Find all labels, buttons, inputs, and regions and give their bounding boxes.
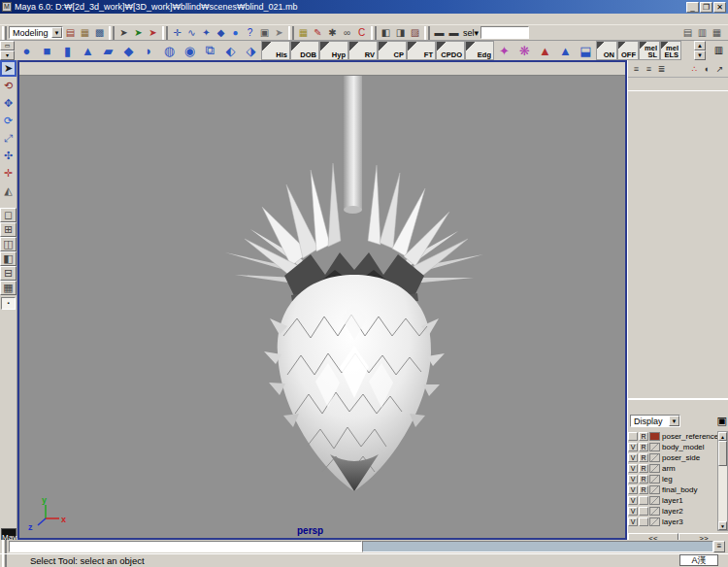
- viewport-canvas[interactable]: y x z persp: [19, 76, 625, 538]
- chain-link-icon[interactable]: ∞: [340, 26, 354, 40]
- poly-cone-icon[interactable]: ▲: [78, 41, 98, 60]
- layer-color-swatch[interactable]: [649, 464, 660, 473]
- smooth-proxy-icon[interactable]: ◍: [159, 41, 180, 60]
- shelf-rv-button[interactable]: RV: [348, 41, 378, 60]
- quick-select-field[interactable]: [480, 26, 529, 39]
- shelf-wire-icon[interactable]: ❋: [514, 41, 535, 60]
- construction-history-icon[interactable]: ▦: [296, 26, 311, 40]
- layout-single-pane-button[interactable]: ◻: [0, 208, 17, 222]
- layer-reference-toggle[interactable]: R: [639, 443, 648, 451]
- layer-name[interactable]: layer2: [662, 507, 683, 516]
- layer2[interactable]: V layer2: [628, 506, 717, 517]
- move-tool[interactable]: ✥: [0, 95, 17, 112]
- layout-multi-pane-button[interactable]: ▦: [0, 281, 17, 295]
- highlight-selection-icon[interactable]: ➤: [272, 26, 286, 40]
- ipr-render-icon[interactable]: ▬: [447, 26, 461, 40]
- poser_reference[interactable]: R poser_reference: [628, 431, 717, 442]
- body_model[interactable]: V R body_model: [628, 442, 717, 452]
- layer-name[interactable]: poser_reference: [662, 432, 718, 441]
- layer-reference-toggle[interactable]: R: [639, 475, 648, 484]
- layer-name[interactable]: body_model: [662, 443, 705, 451]
- shelf-cpdo-button[interactable]: CPDO: [436, 41, 465, 60]
- shelf-off-button[interactable]: OFF: [617, 41, 639, 60]
- command-line-grip[interactable]: [2, 540, 7, 553]
- layer-visibility-toggle[interactable]: V: [628, 453, 638, 462]
- layer-visibility-toggle[interactable]: V: [628, 507, 638, 516]
- channel-slider-fast-icon[interactable]: ≣: [655, 62, 668, 75]
- universal-manipulator-tool[interactable]: ✣: [0, 148, 17, 164]
- snap-curve-icon[interactable]: ∿: [184, 26, 199, 40]
- scroll-up-icon[interactable]: ▲: [718, 432, 727, 441]
- layer-visibility-toggle[interactable]: [628, 432, 638, 441]
- split-polygon-icon[interactable]: ⬗: [241, 41, 261, 60]
- poly-plane-icon[interactable]: ▰: [98, 41, 118, 60]
- snap-grid-icon[interactable]: ✛: [170, 26, 184, 40]
- perspective-viewport[interactable]: y x z persp: [17, 60, 627, 540]
- layout-four-pane-button[interactable]: ⊞: [0, 222, 17, 237]
- open-editor-right-icon[interactable]: ◨: [393, 26, 408, 40]
- channel-slider-slow-icon[interactable]: ≡: [630, 62, 643, 75]
- arm[interactable]: V R arm: [628, 463, 717, 474]
- select-object-icon[interactable]: ➤: [131, 26, 146, 40]
- last-tool[interactable]: ◭: [0, 183, 17, 199]
- pick-arrow-icon[interactable]: ↗: [713, 62, 726, 75]
- shelf-lattice-icon[interactable]: ✦: [494, 41, 514, 60]
- mirror-geometry-icon[interactable]: ⧉: [200, 41, 220, 60]
- extrude-face-icon[interactable]: ⬖: [220, 41, 241, 60]
- leg[interactable]: V R leg: [628, 474, 717, 484]
- quick-help-icon[interactable]: ?: [243, 26, 257, 40]
- sel-dropdown[interactable]: sel▾: [463, 28, 479, 38]
- subdiv-sphere-icon[interactable]: ◉: [180, 41, 200, 60]
- layer-color-swatch[interactable]: [649, 475, 660, 484]
- layout-outliner-persp-button[interactable]: ◧: [0, 251, 17, 266]
- lasso-select-tool[interactable]: ⟲: [0, 78, 17, 94]
- layout-hypergraph-persp-button[interactable]: ⊟: [0, 266, 17, 281]
- new-scene-icon[interactable]: ▤: [63, 26, 78, 40]
- command-line-toggle-icon[interactable]: ≡: [713, 541, 725, 552]
- layer-visibility-toggle[interactable]: V: [628, 475, 638, 484]
- shelf-mel-els-button[interactable]: mel ELS: [660, 41, 681, 60]
- layer-name[interactable]: arm: [662, 464, 676, 473]
- select-tool[interactable]: ➤: [0, 60, 17, 77]
- rotate-tool[interactable]: ⟳: [0, 113, 17, 129]
- ime-indicator[interactable]: A漢: [679, 554, 718, 566]
- quick-layout-button[interactable]: ▪: [1, 297, 16, 310]
- shelf-ft-button[interactable]: FT: [407, 41, 436, 60]
- menu-set-selector[interactable]: Modeling ▼: [9, 26, 63, 39]
- layout-two-pane-button[interactable]: ◫: [0, 237, 17, 251]
- layers-display-selector[interactable]: Display ▼: [630, 415, 680, 427]
- layer-name[interactable]: layer3: [662, 517, 683, 526]
- layer-reference-toggle[interactable]: [639, 507, 648, 516]
- layer-reference-toggle[interactable]: R: [639, 432, 648, 441]
- save-scene-icon[interactable]: ▩: [92, 26, 107, 40]
- bend-surface-icon[interactable]: ◗: [139, 41, 159, 60]
- layer-name[interactable]: poser_side: [662, 453, 700, 462]
- toggle-panels-icon[interactable]: ▥: [695, 25, 710, 39]
- layer-reference-toggle[interactable]: R: [639, 464, 648, 473]
- layer-visibility-toggle[interactable]: V: [628, 464, 638, 473]
- layer-name[interactable]: layer1: [662, 496, 683, 505]
- layer-visibility-toggle[interactable]: V: [628, 443, 638, 451]
- select-component-icon[interactable]: ➤: [146, 26, 160, 40]
- scroll-down-icon[interactable]: ▼: [718, 521, 727, 530]
- layer-visibility-toggle[interactable]: V: [628, 496, 638, 505]
- shelf-edg-button[interactable]: Edg: [465, 41, 494, 60]
- show-ui-elements-icon[interactable]: ▤: [680, 25, 695, 39]
- layer-name[interactable]: final_body: [662, 485, 697, 494]
- scale-tool[interactable]: ⤢: [0, 130, 17, 147]
- command-line-input[interactable]: [9, 541, 362, 552]
- shelf-scroll-down-icon[interactable]: ▼: [694, 50, 706, 60]
- minimize-button[interactable]: _: [686, 2, 699, 13]
- trash-icon[interactable]: ▥: [711, 44, 726, 57]
- magnet-icon[interactable]: C: [354, 26, 369, 40]
- layer-reference-toggle[interactable]: R: [639, 485, 648, 494]
- shelf-cp-button[interactable]: CP: [378, 41, 407, 60]
- layer-reference-toggle[interactable]: [639, 496, 648, 505]
- contrast-icon[interactable]: ◐: [701, 62, 713, 75]
- shelf-tab-icon[interactable]: ▭: [0, 41, 15, 50]
- layer3[interactable]: V layer3: [628, 517, 717, 527]
- layer-name[interactable]: leg: [662, 475, 673, 484]
- layer-color-swatch[interactable]: [649, 517, 660, 526]
- poly-cube-icon[interactable]: ■: [37, 41, 57, 60]
- layer-color-swatch[interactable]: [649, 507, 660, 516]
